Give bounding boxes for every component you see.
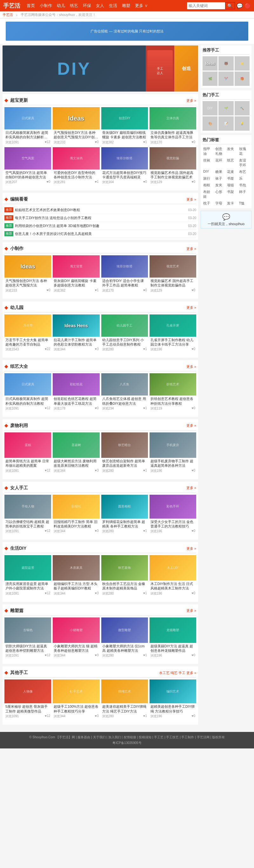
- table-row[interactable]: 小猪雕塑 小象雕塑大师的方法 猫 超精美各种超创意雕塑方法 浏览344♥3: [53, 617, 99, 659]
- nav-more[interactable]: 更多 ∨: [135, 3, 148, 8]
- sculpture-more[interactable]: 更多 »: [186, 608, 196, 613]
- list-item[interactable]: 推荐 粘贴纸艺术文艺术的艺术效果创意DIY教程 03-20: [4, 206, 196, 214]
- weibo-icon[interactable]: 🔴: [245, 3, 251, 9]
- tag-item[interactable]: DIY: [203, 169, 214, 175]
- tag-item[interactable]: 项链: [226, 182, 238, 188]
- small-more[interactable]: 更多 »: [186, 246, 196, 251]
- sidebar-item[interactable]: 🌿: [203, 71, 217, 86]
- table-row[interactable]: 编织艺术 超精美超创意各种手工DIY绑绳 方法教程分享技巧 浏览196♥0: [150, 679, 196, 719]
- table-row[interactable]: 孔雀开屏 孔雀开屏手工制作教程 幼儿园立体卡纸手工方法分享 浏览196♥0: [150, 314, 196, 353]
- table-row[interactable]: 创意DIY 骨灰级DIY 扁纸筒编织4根线螺旋 卡素多 超创意方法教程 浏览38…: [101, 107, 148, 146]
- sidebar-hot-item[interactable]: 💡: [234, 116, 250, 131]
- wechat-icon[interactable]: 💬: [237, 3, 243, 9]
- logo[interactable]: 手艺活: [3, 2, 20, 9]
- nav-small-craft[interactable]: 小制作: [40, 3, 52, 8]
- tag-item[interactable]: 心形: [215, 189, 226, 200]
- search-button[interactable]: 🔍: [225, 2, 235, 9]
- table-row[interactable]: 日式家具 日式风格极简家具制作 超简 朴实风格的自制方法解析教程 浏览1091♥…: [4, 107, 51, 146]
- table-row[interactable]: 埃菲尔铁塔 花式方法超简单创意DIY技巧 卡通造型平凡变高端精灵 浏览164♥0: [101, 147, 148, 186]
- kids-more[interactable]: 更多 »: [186, 305, 196, 310]
- nav-life[interactable]: 生活: [109, 3, 117, 8]
- table-row[interactable]: 古铜色 切割大师级DIY方法 超逼真 超创意各种切割雕塑方法 浏览1091♥12: [4, 617, 51, 659]
- table-row[interactable]: 庭院盆景 漂亮实用家居音盆景 超简单 户外小庭院景观制作方法 浏览1091♥12: [4, 555, 51, 597]
- table-row[interactable]: 龙猫雕塑 超级美丽DIY方法 超逼真 超创意各种龙猫雕塑作品 浏览196♥0: [150, 617, 196, 659]
- sidebar-item[interactable]: Ideas: [203, 56, 217, 70]
- nav-kids[interactable]: 幼儿: [57, 3, 65, 8]
- paper-more[interactable]: 更多 »: [186, 364, 196, 369]
- tag-item[interactable]: 发卡: [226, 200, 238, 206]
- sidebar-item[interactable]: ⭐: [234, 56, 250, 70]
- table-row[interactable]: 折纸艺术 折纸创意艺术教程 超创意各种折纸方法分享教程 浏览119♥0: [150, 373, 196, 412]
- nav-eco[interactable]: 环保: [83, 3, 91, 8]
- table-row[interactable]: 微型雕塑 小象雕塑大师的方法 仅1cm高 超精美各种雕塑方法 浏览280♥1: [101, 617, 148, 659]
- table-row[interactable]: 俄文背景 骨灰级DIY 扁纸筒螺旋 卡素多超级创意方法教程 浏览382♥1: [53, 255, 99, 294]
- table-row[interactable]: 日式家具 日式风格极简家具制作 超简朴实风格的自制方法教程 浏览1091♥12: [4, 373, 51, 412]
- tag-item[interactable]: 友谊手环: [239, 157, 250, 168]
- table-row[interactable]: 彩虹纸花 创造彩虹色纸艺花教程 超简单最大放送手工纸花方法 浏览178♥0: [53, 373, 99, 412]
- nav-home[interactable]: 首页: [27, 3, 35, 8]
- table-row[interactable]: 铁艺装饰 秋虫自然手工艺品方法 金橡 原木制作超精美装饰品 浏览280♥1: [101, 555, 148, 597]
- tag-item[interactable]: 布娃娃: [203, 189, 214, 200]
- table-row[interactable]: 手机废弃 超级手机废弃物手工制作 超逼真超简单的各种方法 浏览196♥0: [150, 432, 196, 474]
- tag-item[interactable]: 乐: [239, 176, 250, 182]
- table-row[interactable]: 手绘人物 习以仿佛镂空结构 超精美 超简单的折纸珠宝手工教程 浏览1091♥12: [4, 495, 51, 535]
- sidebar-hot-item[interactable]: 🎨: [203, 116, 217, 131]
- tag-item[interactable]: 糖果: [215, 169, 226, 175]
- life-more[interactable]: 更多 »: [186, 546, 196, 551]
- table-row[interactable]: 钉子艺术 超级手工100%方法 超创意各种手工教程技巧分享 浏览344♥3: [53, 679, 99, 719]
- search-input[interactable]: [187, 2, 225, 9]
- tag-item[interactable]: 纸艺: [226, 157, 238, 168]
- list-item[interactable]: 推荐 每天手工DIY创作方法 送给您这么小别的手工教程 03-20: [4, 214, 196, 222]
- table-row[interactable]: 木工DIY 木工DIY制作方法 生活 日式风格超精美木工制作方法 浏览196♥0: [150, 555, 196, 597]
- nav-paper[interactable]: 纸艺: [70, 3, 78, 8]
- table-row[interactable]: 旧报纸 旧报纸精巧手工制作 简单 旧料改造精美DIY方法教程 浏览344♥3: [53, 495, 99, 535]
- tag-item[interactable]: 书包: [239, 182, 250, 188]
- table-row[interactable]: Ideas Hens 拉花儿果汁手工制作 超简单的色彩立体切割教程方法 浏览34…: [53, 314, 99, 353]
- tag-item[interactable]: 书签: [226, 176, 238, 182]
- table-row[interactable]: Ideas 天气预报创意DIY方法 各种超创意天气预报方法DIY创意教程 浏览2…: [53, 107, 99, 146]
- table-row[interactable]: 木质家具 超细编织手工方法 方型 木头板子超精美编织DIY教程 浏览344♥3: [53, 555, 99, 597]
- list-item[interactable]: 推荐 创意儿童！小木房子里的设计灯具创意儿具超精美 03-20: [4, 230, 196, 238]
- tag-item[interactable]: 花束: [226, 169, 238, 175]
- sidebar-item[interactable]: 🎁: [234, 71, 250, 86]
- sidebar-hot-item[interactable]: 🌱: [218, 101, 233, 116]
- tag-item[interactable]: 枕子: [203, 200, 214, 206]
- tag-item[interactable]: 袜子: [215, 176, 226, 182]
- table-row[interactable]: 幼儿园手工 幼儿园创意手工DIY系列 小手工总动员创意制作教程 浏览280♥1: [101, 314, 148, 353]
- sidebar-hot-item[interactable]: DIY: [203, 101, 217, 116]
- table-row[interactable]: 俄文涂鸦 可爱的创意DIY 造型奇特的各种创意生活小制作方法 浏览281♥1: [53, 147, 99, 186]
- table-row[interactable]: 视觉欺骗 视觉欺骗艺术作品 国外超高手工制作立体视觉欺骗艺术 浏览129♥0: [150, 147, 196, 186]
- table-row[interactable]: 蛋糕 超简单剪纸方法 超简单 日常布做出超精美的图案 浏览1091♥12: [4, 432, 51, 474]
- table-row[interactable]: 立体仿真 立体仿真像制作 超逼真海豚鱼等仿真立体作品手工方法 浏览170♥0: [150, 107, 196, 146]
- tag-item[interactable]: 相框: [203, 182, 214, 188]
- recent-more[interactable]: 更多 »: [186, 98, 196, 103]
- ad-banner[interactable]: 广告位招租 — 没有过时的电脑 只有过时的想法: [6, 22, 248, 41]
- tag-item[interactable]: 玫瑰花: [239, 146, 250, 157]
- table-row[interactable]: 空气凤梨 空气凤梨的DIY方法 超简单 自制DIY的各种超创意方法 浏览207♥…: [4, 147, 51, 186]
- tag-item[interactable]: 丝袜: [203, 157, 214, 168]
- editor-more[interactable]: 更多 »: [186, 197, 196, 202]
- table-row[interactable]: 人物像 5厘米袖珍 超创意 骨灰级手工制作 超精美微型作品 浏览1091♥12: [4, 679, 51, 719]
- sidebar-item[interactable]: ✂️: [218, 71, 233, 86]
- sidebar-hot-item[interactable]: 🔨: [234, 101, 250, 116]
- tag-item[interactable]: 书架: [226, 189, 238, 200]
- table-row[interactable]: 铁艺蜡台 铁艺创意蜡台架制作 超简单 废弃品改造超新奇方法 浏览280♥1: [101, 432, 148, 474]
- sidebar-hot-item[interactable]: 📝: [218, 116, 233, 131]
- table-row[interactable]: 圣诞树 超级大树然后方法 废物利用改造原来旧物方法教程 浏览344♥3: [53, 432, 99, 474]
- table-row[interactable]: 视觉艺术 视觉欺骗艺术 国外超高手工制作立体视觉欺骗作品 浏览129♥0: [150, 255, 196, 294]
- table-row[interactable]: 绑绳艺术 超美迷你超精美手工DIY绑绳方法 绳艺手工DIY方法 浏览280♥1: [101, 679, 148, 719]
- table-row[interactable]: Ideas 天气预报创意DIY方法 各种超创意天气预报方法 浏览233♥0: [4, 255, 51, 294]
- tag-item[interactable]: 杯子: [239, 189, 250, 200]
- tag-item[interactable]: 旅行: [203, 176, 214, 182]
- table-row[interactable]: 八爪鱼 八爪鱼纸艺立体感 超创意 用纸折叠DIY超创意方法 浏览234♥1: [101, 373, 148, 412]
- tag-item[interactable]: 创意礼物: [215, 146, 226, 157]
- tag-item[interactable]: 布艺: [239, 169, 250, 175]
- nav-women[interactable]: 女人: [96, 3, 104, 8]
- women-more[interactable]: 更多 »: [186, 486, 196, 490]
- nav-sculpture[interactable]: 雕塑: [122, 3, 130, 8]
- tag-item[interactable]: 指甲油: [203, 146, 214, 157]
- wechat-promo[interactable]: 💬 一扫就关注，shouyihuo: [201, 211, 251, 228]
- table-row[interactable]: 万圣节 万圣节手工大全大集 超简单超有趣的万圣节自制品 浏览1543♥22: [4, 314, 51, 353]
- table-row[interactable]: 彩色手环 深受大少女手工的方法 金色 普通手工的方法教程技巧 浏览196♥0: [150, 495, 196, 535]
- table-row[interactable]: 圆形相框 罗利绸缎花朵制作超简单 超精美 各种手工教程方法 浏览280♥1: [101, 495, 148, 535]
